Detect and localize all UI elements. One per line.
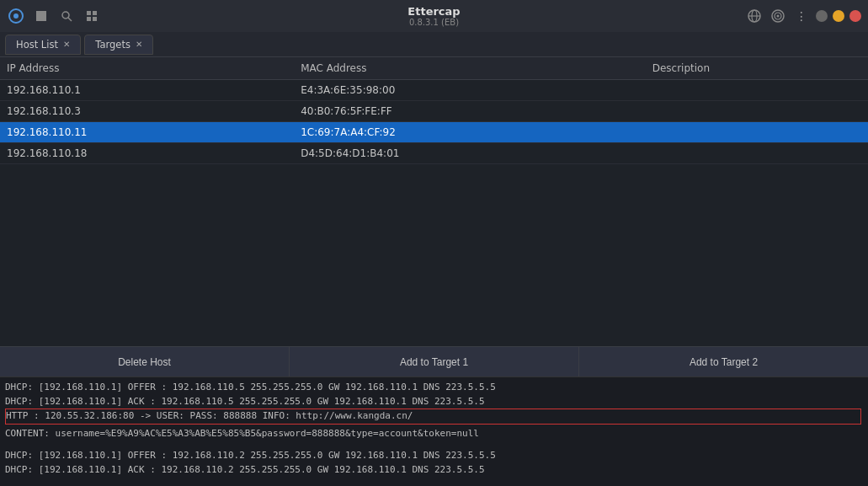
table-row[interactable]: 192.168.110.18D4:5D:64:D1:B4:01 xyxy=(0,143,868,164)
table-body: 192.168.110.1E4:3A:6E:35:98:00192.168.11… xyxy=(0,80,868,164)
log-line: DHCP: [192.168.110.1] ACK : 192.168.110.… xyxy=(5,463,863,478)
tab-host-list-label: Host List xyxy=(16,39,58,51)
tab-targets[interactable]: Targets ✕ xyxy=(84,35,153,55)
stop-icon[interactable] xyxy=(32,7,51,25)
table-row[interactable]: 192.168.110.1E4:3A:6E:35:98:00 xyxy=(0,80,868,101)
action-bar: Delete Host Add to Target 1 Add to Targe… xyxy=(0,346,868,377)
titlebar-left xyxy=(7,7,101,25)
target-icon[interactable] xyxy=(769,7,787,25)
log-line: CONTENT: username=%E9%A9%AC%E5%A3%AB%E5%… xyxy=(5,427,863,441)
svg-rect-5 xyxy=(87,11,91,15)
tab-targets-label: Targets xyxy=(95,39,130,51)
tab-targets-close[interactable]: ✕ xyxy=(136,40,142,49)
grid-icon[interactable] xyxy=(83,7,101,25)
add-target1-button[interactable]: Add to Target 1 xyxy=(290,347,579,377)
cell-ip: 192.168.110.11 xyxy=(0,122,294,143)
host-table-container: IP Address MAC Address Description 192.1… xyxy=(0,57,868,346)
log-line: HTTP : 120.55.32.186:80 -> USER: PASS: 8… xyxy=(5,409,861,425)
log-area[interactable]: DHCP: [192.168.110.1] OFFER : 192.168.11… xyxy=(0,377,868,486)
app-logo-icon[interactable] xyxy=(7,7,25,25)
col-mac-address: MAC Address xyxy=(294,57,646,80)
cell-mac: 40:B0:76:5F:FE:FF xyxy=(294,101,646,122)
col-ip-address: IP Address xyxy=(0,57,294,80)
cell-desc xyxy=(646,80,868,101)
app-title: Ettercap xyxy=(407,5,460,18)
cell-ip: 192.168.110.18 xyxy=(0,143,294,164)
globe-icon[interactable] xyxy=(745,7,764,25)
cell-ip: 192.168.110.3 xyxy=(0,101,294,122)
host-table: IP Address MAC Address Description 192.1… xyxy=(0,57,868,164)
svg-point-14 xyxy=(777,15,780,18)
tabbar: Host List ✕ Targets ✕ xyxy=(0,32,868,57)
table-header-row: IP Address MAC Address Description xyxy=(0,57,868,80)
tab-host-list[interactable]: Host List ✕ xyxy=(5,35,81,55)
col-description: Description xyxy=(646,57,868,80)
cell-desc xyxy=(646,122,868,143)
svg-rect-7 xyxy=(87,17,91,21)
main-content: IP Address MAC Address Description 192.1… xyxy=(0,57,868,486)
titlebar: Ettercap 0.8.3.1 (EB) ⋮ xyxy=(0,0,868,32)
cell-desc xyxy=(646,101,868,122)
log-line: DHCP: [192.168.110.1] OFFER : 192.168.11… xyxy=(5,381,863,395)
delete-host-button[interactable]: Delete Host xyxy=(0,347,290,377)
log-line: DHCP: [192.168.110.1] OFFER : 192.168.11… xyxy=(5,449,863,463)
svg-point-1 xyxy=(13,13,19,19)
app-version: 0.8.3.1 (EB) xyxy=(407,18,460,27)
add-target2-button[interactable]: Add to Target 2 xyxy=(579,347,868,377)
tab-host-list-close[interactable]: ✕ xyxy=(63,40,70,49)
cell-ip: 192.168.110.1 xyxy=(0,80,294,101)
svg-rect-2 xyxy=(36,11,46,21)
cell-mac: 1C:69:7A:A4:CF:92 xyxy=(294,122,646,143)
svg-point-3 xyxy=(62,12,69,19)
maximize-button[interactable] xyxy=(833,10,844,22)
titlebar-right: ⋮ xyxy=(745,7,861,25)
table-row[interactable]: 192.168.110.111C:69:7A:A4:CF:92 xyxy=(0,122,868,143)
cell-mac: D4:5D:64:D1:B4:01 xyxy=(294,143,646,164)
minimize-button[interactable] xyxy=(816,10,828,22)
log-empty-line xyxy=(5,441,863,449)
menu-dots-icon[interactable]: ⋮ xyxy=(792,7,811,25)
cell-mac: E4:3A:6E:35:98:00 xyxy=(294,80,646,101)
svg-line-4 xyxy=(68,18,72,21)
log-line: DHCP: [192.168.110.1] ACK : 192.168.110.… xyxy=(5,395,863,409)
table-row[interactable]: 192.168.110.340:B0:76:5F:FE:FF xyxy=(0,101,868,122)
close-button[interactable] xyxy=(849,10,861,22)
cell-desc xyxy=(646,143,868,164)
titlebar-center: Ettercap 0.8.3.1 (EB) xyxy=(407,5,460,27)
search-icon[interactable] xyxy=(57,7,76,25)
svg-rect-6 xyxy=(93,11,97,15)
svg-rect-8 xyxy=(93,17,97,21)
